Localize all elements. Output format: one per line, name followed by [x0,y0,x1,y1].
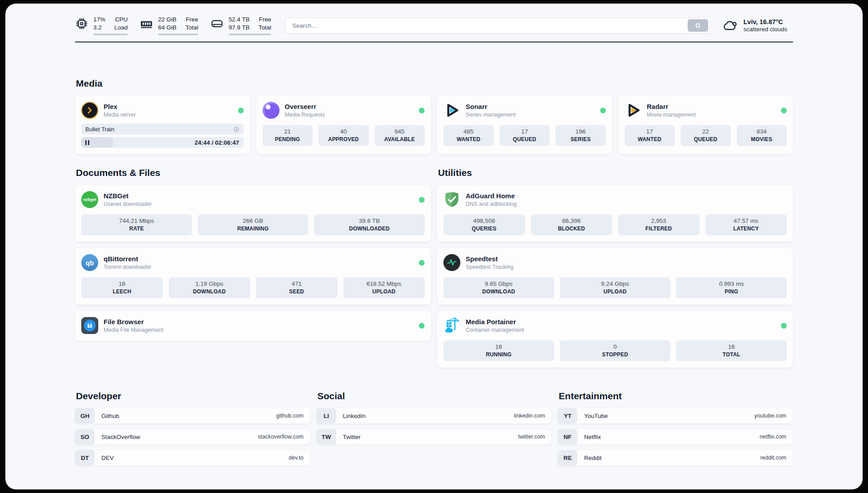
disk-progress-bar [229,33,271,35]
bookmark-github[interactable]: GH Github github.com [75,408,310,423]
ram-total-value: 64 GiB [158,24,176,32]
portainer-icon [443,317,460,334]
playback-progress-bar: 24:44 / 02:06:47 [81,137,244,148]
bookmark-reddit[interactable]: RE Reddit reddit.com [558,450,793,465]
overseerr-stat-available: 945 AVAILABLE [375,125,425,146]
cpu-stat: 17% CPU 3.2 Load [75,16,128,35]
cpu-usage-value: 17% [93,16,105,24]
overseerr-status-dot [419,108,425,113]
nzbget-stat-downloaded: 39.6 TB DOWNLOADED [314,214,425,235]
qbittorrent-subtitle: Torrent downloader [104,264,151,270]
section-developer: Developer GH Github github.com SO StackO… [75,391,310,465]
bookmark-abbr: RE [558,450,577,465]
bookmark-url: github.com [276,413,304,419]
qbittorrent-card[interactable]: qb qBittorrent Torrent downloader 16 [75,248,431,305]
bookmark-abbr: TW [317,429,336,444]
portainer-stat-running: 16 RUNNING [443,340,554,361]
qbittorrent-stat-seed: 471 SEED [256,277,338,298]
search-engine-button[interactable]: G [688,19,708,32]
bookmark-dev[interactable]: DT DEV dev.to [75,450,310,465]
playback-time: 24:44 / 02:06:47 [195,139,244,146]
speedtest-stat-download: 9.65 Gbps DOWNLOAD [443,277,554,298]
plex-subtitle: Media server [104,112,136,118]
developer-section-title: Developer [76,391,310,401]
cpu-icon [75,17,88,30]
overseerr-card[interactable]: Overseerr Media Requests 21 PENDING 40 A… [256,96,431,154]
adguard-stat-blocked: 86,396 BLOCKED [531,214,613,235]
plex-name: Plex [104,103,136,110]
radarr-status-dot [781,108,787,113]
nzbget-card[interactable]: nzbget NZBGet Usenet downloader 744.21 M… [75,185,431,242]
bookmark-name: Github [101,413,119,419]
section-utilities: Utilities [437,167,793,368]
bookmark-name: LinkedIn [343,413,366,419]
utilities-section-title: Utilities [438,167,793,178]
ram-free-label: Free [185,16,198,24]
filebrowser-card[interactable]: File Browser Media File Management [75,311,431,341]
adguard-card[interactable]: AdGuard Home DNS and adblocking 498,508 … [437,185,793,242]
qbittorrent-stat-leech: 16 LEECH [81,277,163,298]
adguard-stat-queries: 498,508 QUERIES [443,214,525,235]
sonarr-name: Sonarr [466,103,516,110]
plex-icon [81,102,98,119]
bookmark-name: Twitter [343,434,361,440]
bookmark-netflix[interactable]: NF Netflix netflix.com [558,429,793,444]
cpu-load-value: 3.2 [93,24,105,32]
filebrowser-status-dot [419,323,425,329]
system-stats: 17% CPU 3.2 Load [75,16,271,35]
media-section-title: Media [76,78,793,89]
social-section-title: Social [317,391,552,401]
speedtest-icon [443,254,460,271]
pause-icon [85,140,89,145]
speedtest-subtitle: Speedtest Tracking [466,264,513,270]
radarr-card[interactable]: Radarr Movie management 17 WANTED 22 QUE… [618,96,793,154]
bookmark-twitter[interactable]: TW Twitter twitter.com [317,429,552,444]
qbittorrent-name: qBittorrent [104,255,151,263]
cpu-usage-label: CPU [114,16,128,24]
section-social: Social LI LinkedIn linkedin.com TW Twitt… [317,391,552,444]
speedtest-card[interactable]: Speedtest Speedtest Tracking 9.65 Gbps D… [437,248,793,305]
sonarr-card[interactable]: Sonarr Series management 485 WANTED 17 Q… [437,96,612,154]
nzbget-status-dot [419,197,425,203]
adguard-stat-latency: 47.57 ms LATENCY [705,214,787,235]
overseerr-name: Overseerr [285,103,325,110]
bookmark-youtube[interactable]: YT YouTube youtube.com [558,408,793,423]
now-playing-row: Bullet Train [81,124,244,134]
bookmark-abbr: LI [317,408,336,423]
bookmark-url: youtube.com [754,413,786,419]
bookmark-linkedin[interactable]: LI LinkedIn linkedin.com [317,408,552,423]
bookmark-name: Netflix [584,434,601,440]
bookmark-url: reddit.com [760,455,786,461]
disk-total-label: Total [259,24,271,32]
radarr-stat-movies: 834 MOVIES [737,125,787,146]
media-session-icon [233,126,240,133]
sonarr-icon [443,102,460,119]
sonarr-status-dot [600,108,606,113]
portainer-stat-stopped: 0 STOPPED [560,340,671,361]
adguard-subtitle: DNS and adblocking [466,201,517,207]
filebrowser-name: File Browser [104,318,163,326]
bookmark-stackoverflow[interactable]: SO StackOverflow stackoverflow.com [75,429,310,444]
entertainment-section-title: Entertainment [559,391,793,401]
speedtest-stat-ping: 0.993 ms PING [676,277,787,298]
weather-widget[interactable]: Lviv, 16.87°C scattered clouds [722,18,793,33]
plex-card[interactable]: Plex Media server Bullet Train [75,96,250,154]
speedtest-name: Speedtest [466,255,513,263]
sonarr-subtitle: Series management [466,112,516,118]
adguard-icon [443,191,460,208]
bookmark-abbr: SO [75,429,95,444]
portainer-card[interactable]: Media Portainer Container management 16 … [437,311,793,368]
ram-free-value: 22 GiB [158,16,176,24]
search-input[interactable] [286,18,686,33]
dashboard-screen: 17% CPU 3.2 Load [5,4,863,489]
documents-section-title: Documents & Files [76,167,431,178]
top-bar: 17% CPU 3.2 Load [75,4,793,35]
bookmark-url: stackoverflow.com [258,434,304,440]
bookmark-url: twitter.com [518,434,545,440]
portainer-name: Media Portainer [466,318,524,326]
nzbget-name: NZBGet [104,192,152,200]
nzbget-icon: nzbget [81,191,98,208]
overseerr-icon [263,102,280,119]
sonarr-stat-wanted: 485 WANTED [443,125,494,146]
section-documents: Documents & Files nzbget NZBGet Usenet d… [75,167,431,341]
